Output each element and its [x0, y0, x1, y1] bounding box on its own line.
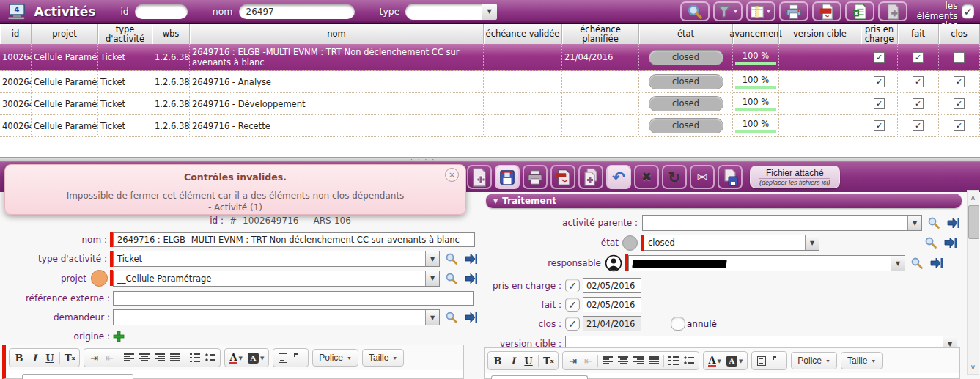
add-origine-button[interactable]: [111, 329, 126, 344]
lookup-button[interactable]: [926, 216, 941, 230]
chevron-down-icon[interactable]: ▼: [907, 216, 921, 230]
id-filter-input[interactable]: [135, 4, 188, 19]
attach-file-button[interactable]: Fichier attaché (déplacer les fichiers i…: [750, 166, 840, 188]
description-content-area[interactable]: [22, 374, 133, 379]
bullet-list-button[interactable]: [682, 353, 696, 368]
filter-button[interactable]: ▼: [713, 1, 743, 21]
fait-checkbox[interactable]: ✓: [913, 98, 924, 109]
export-pdf-button[interactable]: [550, 165, 575, 189]
chevron-down-icon[interactable]: ▼: [425, 310, 439, 325]
paste-button[interactable]: [276, 350, 290, 365]
show-closed-checkbox[interactable]: ✓: [962, 4, 974, 18]
goto-button[interactable]: [946, 216, 960, 230]
projet-select[interactable]: __Cellule Paramétrage ▼: [113, 271, 440, 287]
columns-button[interactable]: ▼: [746, 1, 775, 21]
scroll-up-arrow[interactable]: ∧: [968, 192, 979, 203]
goto-button[interactable]: [463, 310, 478, 325]
column-header[interactable]: avancement: [733, 24, 779, 44]
outdent-button[interactable]: ⇤: [102, 350, 117, 365]
bg-color-button[interactable]: A▼: [724, 353, 745, 368]
paste-button[interactable]: [754, 353, 769, 368]
clos-checkbox[interactable]: ✓: [565, 317, 580, 331]
pris-en-charge-date[interactable]: 02/05/2016: [583, 278, 641, 293]
remove-format-button[interactable]: Tx: [62, 350, 77, 365]
align-right-button[interactable]: [152, 350, 167, 365]
numbered-list-button[interactable]: [188, 350, 202, 365]
type-filter-select[interactable]: ▼: [405, 4, 496, 20]
demandeur-select[interactable]: ▼: [113, 309, 440, 325]
lookup-button[interactable]: [444, 271, 459, 286]
delete-button[interactable]: ✖: [634, 165, 659, 189]
goto-button[interactable]: [943, 235, 957, 250]
refresh-button[interactable]: ↻: [662, 165, 687, 189]
resultat-content-area[interactable]: [491, 375, 588, 379]
indent-button[interactable]: ⇥: [86, 350, 101, 365]
text-color-button[interactable]: A▼: [227, 350, 244, 365]
fait-checkbox[interactable]: ✓: [913, 52, 924, 63]
chevron-down-icon[interactable]: ▼: [482, 4, 497, 20]
column-header[interactable]: id: [0, 24, 32, 44]
lookup-button[interactable]: [444, 310, 459, 325]
clos-checkbox[interactable]: [954, 52, 965, 63]
nom-input[interactable]: 2649716 : ELGB -MULTI EVNM : TRT Non déc…: [113, 232, 475, 247]
scroll-down-arrow[interactable]: ∨: [968, 361, 979, 372]
reference-externe-input[interactable]: [113, 291, 474, 306]
responsable-select[interactable]: ▼: [628, 255, 905, 271]
table-row[interactable]: 30026497 Cellule Paramétrage Ticket 1.2.…: [0, 93, 980, 115]
chevron-down-icon[interactable]: ▼: [425, 251, 439, 266]
maximize-button[interactable]: [770, 353, 784, 368]
align-center-button[interactable]: [616, 353, 630, 368]
chevron-down-icon[interactable]: ▼: [891, 256, 905, 271]
pris-en-charge-checkbox[interactable]: ✓: [874, 52, 885, 63]
fait-date[interactable]: 02/05/2016: [583, 297, 641, 312]
print-button[interactable]: [523, 165, 548, 189]
align-right-button[interactable]: [631, 353, 646, 368]
align-justify-button[interactable]: [646, 353, 661, 368]
lookup-button[interactable]: [910, 256, 924, 271]
column-header[interactable]: nom: [190, 24, 484, 44]
column-header[interactable]: état: [639, 24, 733, 44]
column-header[interactable]: clos: [939, 24, 980, 44]
table-row[interactable]: 40026497 Cellule Paramétrage Ticket 1.2.…: [0, 115, 980, 137]
traitement-section-header[interactable]: ▼ Traitement: [486, 194, 962, 208]
nom-filter-input[interactable]: [239, 4, 355, 19]
clos-date[interactable]: 21/04/2016: [583, 316, 641, 331]
goto-button[interactable]: [929, 256, 943, 271]
clos-checkbox[interactable]: ✓: [954, 98, 965, 109]
save-copy-button[interactable]: [718, 165, 743, 189]
type-activite-select[interactable]: Ticket ▼: [113, 251, 440, 267]
underline-button[interactable]: U: [521, 353, 536, 368]
maximize-button[interactable]: [291, 350, 306, 365]
etat-select[interactable]: closed ▼: [644, 235, 819, 251]
lookup-button[interactable]: [444, 251, 459, 266]
mail-button[interactable]: ✉: [690, 165, 715, 189]
text-color-button[interactable]: A▼: [706, 353, 723, 368]
export-pdf-button[interactable]: [812, 1, 841, 21]
table-row[interactable]: 1002649716 Cellule Paramétrage Ticket 1.…: [0, 44, 980, 71]
column-header[interactable]: pris en charge: [861, 24, 898, 44]
remove-format-button[interactable]: Tx: [541, 353, 556, 368]
align-left-button[interactable]: [122, 350, 136, 365]
font-family-dropdown[interactable]: Police▼: [312, 349, 358, 367]
font-size-dropdown[interactable]: Taille▼: [362, 349, 404, 367]
duplicate-button[interactable]: [578, 165, 603, 189]
lookup-button[interactable]: [924, 235, 938, 250]
column-header[interactable]: type d'activité: [98, 24, 152, 44]
fait-checkbox[interactable]: ✓: [913, 76, 924, 87]
activite-parente-select[interactable]: ▼: [642, 215, 922, 231]
goto-button[interactable]: [463, 251, 478, 266]
table-row[interactable]: 20026497 Cellule Paramétrage Ticket 1.2.…: [0, 71, 980, 93]
indent-button[interactable]: ⇥: [565, 353, 580, 368]
pris-en-charge-checkbox[interactable]: ✓: [565, 279, 580, 292]
export-excel-button[interactable]: X: [845, 1, 874, 21]
splitter-handle[interactable]: · · · ·: [410, 158, 435, 161]
clos-checkbox[interactable]: ✓: [954, 76, 965, 87]
vertical-scrollbar[interactable]: ∧ ∨: [967, 190, 979, 375]
clos-checkbox[interactable]: ✓: [954, 120, 965, 131]
numbered-list-button[interactable]: [666, 353, 681, 368]
goto-button[interactable]: [463, 271, 478, 286]
bullet-list-button[interactable]: [203, 350, 218, 365]
pris-en-charge-checkbox[interactable]: ✓: [874, 120, 885, 131]
font-size-dropdown[interactable]: Taille▼: [841, 352, 883, 369]
bold-button[interactable]: B: [490, 353, 505, 368]
